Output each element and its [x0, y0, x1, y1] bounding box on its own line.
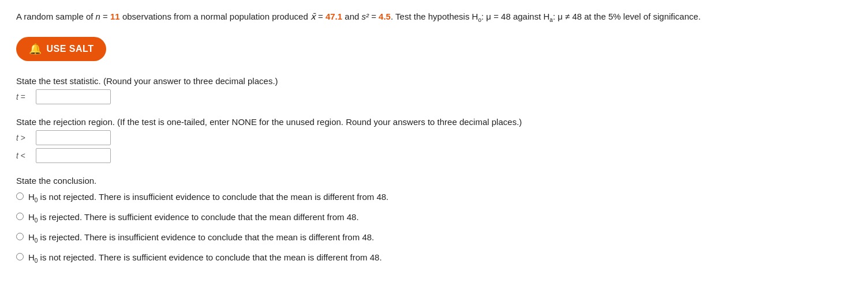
h0-sub-opt2: 0	[35, 217, 38, 224]
conclusion-option-4: H0 is not rejected. There is sufficient …	[16, 252, 852, 264]
conclusion-option-3-label[interactable]: H0 is rejected. There is insufficient ev…	[28, 232, 374, 244]
t-less-row: t <	[16, 148, 852, 163]
h0-sub-opt4: 0	[35, 258, 38, 264]
test-statistic-instruction: State the test statistic. (Round your an…	[16, 76, 852, 86]
use-salt-button[interactable]: 🔔 USE SALT	[16, 37, 106, 61]
h0-sub-opt3: 0	[35, 237, 38, 244]
conclusion-option-2-label[interactable]: H0 is rejected. There is sufficient evid…	[28, 212, 359, 224]
problem-statement: A random sample of n = 11 observations f…	[16, 10, 852, 24]
conclusion-option-3: H0 is rejected. There is insufficient ev…	[16, 232, 852, 244]
test-statistic-section: State the test statistic. (Round your an…	[16, 76, 852, 104]
xbar-variable: x̄	[310, 12, 316, 21]
t-less-label: t <	[16, 151, 32, 160]
test-statistic-row: t =	[16, 89, 852, 104]
conclusion-radio-3[interactable]	[16, 233, 24, 240]
conclusion-radio-2[interactable]	[16, 213, 24, 220]
n-value: 11	[110, 12, 120, 21]
t-greater-row: t >	[16, 130, 852, 145]
conclusion-option-1: H0 is not rejected. There is insufficien…	[16, 191, 852, 203]
h0-sub-opt1: 0	[35, 197, 38, 203]
test-statistic-input[interactable]	[36, 89, 111, 104]
conclusion-section: State the conclusion. H0 is not rejected…	[16, 176, 852, 264]
s2-variable: s²	[362, 12, 369, 21]
conclusion-radio-1[interactable]	[16, 192, 24, 200]
xbar-value: 47.1	[326, 12, 342, 21]
conclusion-label: State the conclusion.	[16, 176, 852, 186]
t-less-input[interactable]	[36, 148, 111, 163]
t-equals-label: t =	[16, 92, 32, 101]
use-salt-label: USE SALT	[47, 44, 94, 54]
s2-value: 4.5	[379, 12, 391, 21]
n-variable: n	[96, 12, 100, 21]
ha-sub: a	[549, 17, 553, 23]
conclusion-option-1-label[interactable]: H0 is not rejected. There is insufficien…	[28, 192, 388, 203]
conclusion-option-4-label[interactable]: H0 is not rejected. There is sufficient …	[28, 252, 382, 264]
t-greater-label: t >	[16, 133, 32, 142]
conclusion-radio-4[interactable]	[16, 253, 24, 260]
rejection-region-section: State the rejection region. (If the test…	[16, 117, 852, 163]
salt-icon: 🔔	[29, 43, 42, 55]
rejection-region-instruction: State the rejection region. (If the test…	[16, 117, 852, 127]
conclusion-option-2: H0 is rejected. There is sufficient evid…	[16, 211, 852, 224]
t-greater-input[interactable]	[36, 130, 111, 145]
h0-sub: o	[478, 17, 481, 23]
